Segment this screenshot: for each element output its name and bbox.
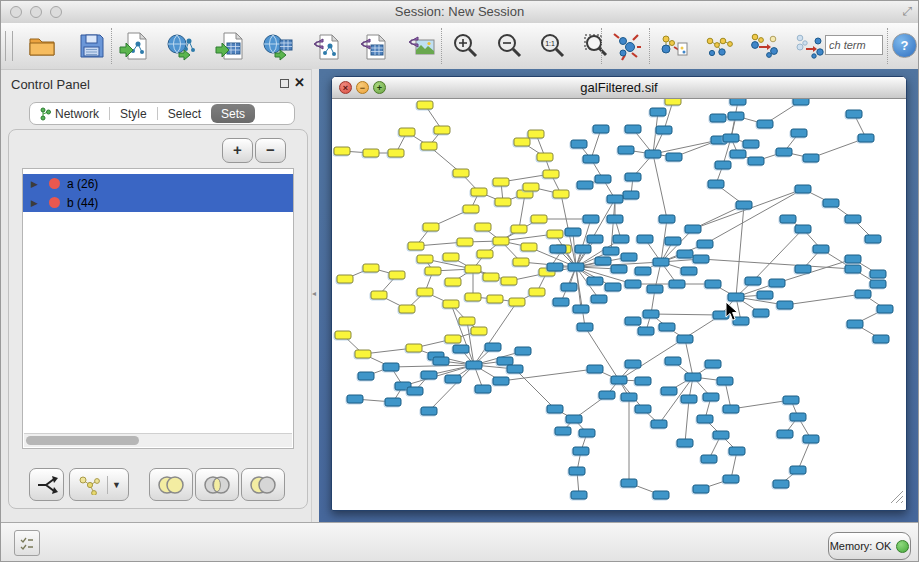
first-neighbors-button[interactable]: [702, 29, 736, 63]
graph-node[interactable]: [728, 112, 744, 120]
graph-node[interactable]: [493, 377, 509, 385]
graph-node[interactable]: [637, 235, 653, 243]
graph-node[interactable]: [493, 178, 509, 186]
graph-node[interactable]: [573, 447, 589, 455]
zoom-fit-button[interactable]: 1:1: [535, 29, 569, 63]
graph-node[interactable]: [555, 427, 571, 435]
graph-node[interactable]: [845, 255, 861, 263]
union-sets-button[interactable]: [149, 468, 193, 501]
graph-node[interactable]: [677, 439, 693, 447]
help-button[interactable]: ?: [892, 33, 917, 58]
graph-node[interactable]: [445, 335, 461, 343]
graph-node[interactable]: [607, 195, 623, 203]
graph-node[interactable]: [569, 467, 585, 475]
graph-node[interactable]: [417, 288, 433, 296]
graph-node[interactable]: [335, 331, 351, 339]
graph-node[interactable]: [406, 344, 422, 352]
graph-node[interactable]: [433, 357, 449, 365]
network-from-selection-button[interactable]: [657, 29, 691, 63]
graph-node[interactable]: [723, 475, 739, 483]
graph-node[interactable]: [577, 181, 593, 189]
graph-node[interactable]: [561, 283, 577, 291]
graph-node[interactable]: [363, 264, 379, 272]
graph-node[interactable]: [497, 357, 513, 365]
graph-node[interactable]: [865, 235, 881, 243]
collapse-panel-icon[interactable]: ◂: [312, 289, 316, 298]
graph-node[interactable]: [647, 285, 663, 293]
tab-sets[interactable]: Sets: [211, 104, 255, 123]
select-from-selection-button[interactable]: [747, 29, 781, 63]
graph-node[interactable]: [681, 267, 697, 275]
graph-node[interactable]: [645, 150, 661, 158]
graph-node[interactable]: [434, 126, 450, 134]
graph-node[interactable]: [399, 305, 415, 313]
graph-node[interactable]: [537, 153, 553, 161]
graph-node[interactable]: [573, 305, 589, 313]
graph-node[interactable]: [407, 387, 423, 395]
graph-node[interactable]: [443, 300, 459, 308]
graph-node[interactable]: [677, 250, 693, 258]
graph-node[interactable]: [417, 255, 433, 263]
graph-node[interactable]: [613, 235, 629, 243]
export-table-button[interactable]: [356, 29, 390, 63]
graph-node[interactable]: [417, 101, 433, 109]
graph-node[interactable]: [471, 327, 487, 335]
graph-node[interactable]: [453, 169, 469, 177]
graph-node[interactable]: [385, 398, 401, 406]
graph-node[interactable]: [795, 265, 811, 273]
graph-node[interactable]: [553, 298, 569, 306]
graph-node[interactable]: [483, 273, 499, 281]
graph-node[interactable]: [685, 225, 701, 233]
tab-network[interactable]: Network: [30, 103, 109, 124]
graph-node[interactable]: [566, 415, 582, 423]
graph-node[interactable]: [635, 405, 651, 413]
graph-node[interactable]: [870, 280, 886, 288]
graph-node[interactable]: [813, 245, 829, 253]
graph-node[interactable]: [621, 393, 637, 401]
create-set-combo-button[interactable]: ▼: [69, 468, 129, 501]
graph-node[interactable]: [745, 277, 761, 285]
graph-node[interactable]: [748, 157, 764, 165]
graph-node[interactable]: [659, 215, 675, 223]
graph-node[interactable]: [846, 110, 862, 118]
graph-node[interactable]: [777, 301, 793, 309]
graph-node[interactable]: [777, 430, 793, 438]
graph-node[interactable]: [736, 201, 752, 209]
graph-node[interactable]: [665, 237, 681, 245]
graph-node[interactable]: [591, 295, 607, 303]
graph-node[interactable]: [495, 198, 511, 206]
graph-node[interactable]: [553, 190, 569, 198]
graph-node[interactable]: [715, 161, 731, 169]
set-row-b[interactable]: ▶ b (44): [23, 193, 293, 212]
graph-node[interactable]: [858, 134, 874, 142]
graph-node[interactable]: [621, 253, 637, 261]
graph-node[interactable]: [337, 275, 353, 283]
graph-node[interactable]: [708, 180, 724, 188]
graph-node[interactable]: [587, 365, 603, 373]
graph-node[interactable]: [611, 376, 627, 384]
graph-node[interactable]: [583, 155, 599, 163]
memory-status-button[interactable]: Memory: OK: [828, 532, 911, 560]
graph-node[interactable]: [795, 225, 811, 233]
graph-node[interactable]: [605, 283, 621, 291]
graph-node[interactable]: [443, 253, 459, 261]
graph-node[interactable]: [595, 175, 611, 183]
graph-node[interactable]: [358, 372, 374, 380]
graph-node[interactable]: [877, 305, 893, 313]
graph-node[interactable]: [693, 485, 709, 493]
import-table-web-button[interactable]: [261, 29, 295, 63]
graph-node[interactable]: [511, 225, 527, 233]
graph-node[interactable]: [587, 277, 603, 285]
graph-node[interactable]: [493, 237, 509, 245]
graph-node[interactable]: [677, 335, 693, 343]
graph-node[interactable]: [625, 360, 641, 368]
graph-node[interactable]: [421, 142, 437, 150]
graph-node[interactable]: [487, 295, 503, 303]
graph-node[interactable]: [565, 228, 581, 236]
graph-node[interactable]: [507, 365, 523, 373]
graph-node[interactable]: [485, 343, 501, 351]
graph-node[interactable]: [870, 270, 886, 278]
hide-selection-button[interactable]: [792, 29, 826, 63]
graph-node[interactable]: [593, 125, 609, 133]
graph-node[interactable]: [873, 335, 889, 343]
